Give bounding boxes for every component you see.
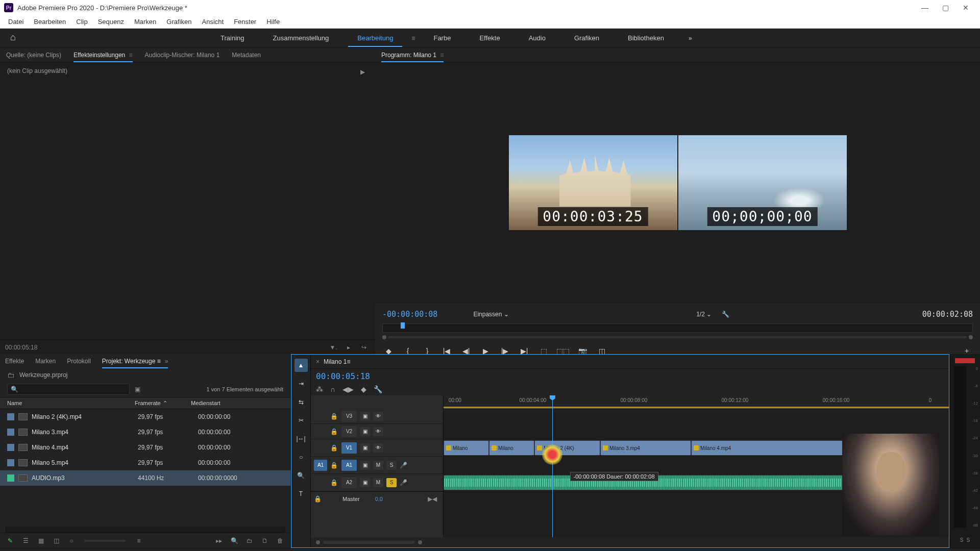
- hand-tool[interactable]: 🔍: [295, 469, 308, 482]
- mute-button[interactable]: M: [373, 478, 383, 487]
- new-item-icon[interactable]: 🗋: [260, 536, 270, 546]
- video-clip[interactable]: Milano: [489, 440, 534, 456]
- video-clip[interactable]: Milano 2 (4K): [534, 440, 600, 456]
- track-header-v1[interactable]: 🔒V1▣👁: [311, 439, 443, 456]
- menu-fenster[interactable]: Fenster: [230, 16, 260, 28]
- zoom-fit-dropdown[interactable]: Einpassen ⌄: [473, 311, 508, 318]
- workspace-grafiken[interactable]: Grafiken: [560, 29, 614, 47]
- solo-button[interactable]: S: [386, 461, 397, 470]
- mute-button[interactable]: M: [373, 461, 383, 470]
- tab-quelle[interactable]: Quelle: (keine Clips): [6, 48, 61, 62]
- program-monitor[interactable]: 00:00:03:25 00;00;00;00: [375, 62, 980, 303]
- panel-overflow-icon[interactable]: »: [165, 358, 168, 365]
- workspace-audio[interactable]: Audio: [514, 29, 560, 47]
- freeform-view-icon[interactable]: ✎: [5, 536, 15, 546]
- menu-ansicht[interactable]: Ansicht: [198, 16, 228, 28]
- zoom-out-icon[interactable]: ○: [66, 536, 77, 546]
- program-duration-tc[interactable]: 00:00:02:08: [922, 310, 973, 319]
- toggle-output-icon[interactable]: ▣: [360, 461, 370, 470]
- workspace-farbe[interactable]: Farbe: [419, 29, 465, 47]
- menu-datei[interactable]: Datei: [4, 16, 28, 28]
- selection-tool[interactable]: ▲: [295, 359, 308, 372]
- program-scrubber[interactable]: [382, 323, 973, 333]
- workspace-bibliotheken[interactable]: Bibliotheken: [614, 29, 678, 47]
- menu-clip[interactable]: Clip: [72, 16, 91, 28]
- video-clip[interactable]: Milano: [444, 440, 489, 456]
- menu-sequenz[interactable]: Sequenz: [94, 16, 128, 28]
- menu-bearbeiten[interactable]: Bearbeiten: [30, 16, 70, 28]
- minimize-button[interactable]: —: [915, 0, 935, 15]
- speaker-icon[interactable]: ▶◀: [428, 495, 437, 503]
- icon-view-icon[interactable]: ▦: [36, 536, 46, 546]
- automate-to-sequence-icon[interactable]: ▸▸: [214, 536, 224, 546]
- ripple-edit-tool[interactable]: ⇆: [295, 395, 308, 409]
- solo-left[interactable]: S: [960, 537, 964, 543]
- linked-selection-icon[interactable]: ∩: [330, 385, 335, 393]
- tab-protokoll[interactable]: Protokoll: [67, 355, 91, 368]
- tab-effekte[interactable]: Effekte: [5, 355, 24, 368]
- lock-icon[interactable]: 🔒: [330, 462, 338, 469]
- track-header-v3[interactable]: 🔒V3▣👁: [311, 409, 443, 423]
- track-header-a1[interactable]: A1🔒A1▣MS🎤: [311, 457, 443, 473]
- lock-icon[interactable]: 🔒: [330, 444, 338, 452]
- project-scrollbar[interactable]: [5, 527, 285, 533]
- marker-icon[interactable]: ◆: [361, 385, 366, 393]
- program-offset-tc[interactable]: -00:00:00:08: [382, 310, 437, 319]
- tab-audioclip-mischer[interactable]: Audioclip-Mischer: Milano 1: [145, 48, 220, 62]
- delete-icon[interactable]: 🗑: [275, 536, 285, 546]
- resolution-dropdown[interactable]: 1/2 ⌄: [696, 311, 712, 318]
- sequence-tab[interactable]: Milano 1: [324, 358, 347, 365]
- maximize-button[interactable]: ▢: [935, 0, 955, 15]
- project-item[interactable]: AUDIO.mp3 44100 Hz 00:00:00:0000: [0, 470, 290, 486]
- video-clip[interactable]: Milano 3.mp4: [600, 440, 691, 456]
- toggle-output-icon[interactable]: ▣: [360, 427, 370, 436]
- lock-icon[interactable]: 🔒: [314, 495, 322, 503]
- clip-indicator[interactable]: [955, 358, 975, 363]
- lock-icon[interactable]: 🔒: [330, 413, 338, 420]
- tab-effekteinstellungen[interactable]: Effekteinstellungen ≡: [74, 48, 133, 62]
- lock-icon[interactable]: 🔒: [330, 479, 338, 486]
- find-icon[interactable]: 🔍: [229, 536, 239, 546]
- filter-icon[interactable]: ▼.: [327, 341, 339, 354]
- timeline-settings-icon[interactable]: 🔧: [374, 385, 382, 393]
- toggle-output-icon[interactable]: ▣: [360, 412, 370, 421]
- solo-button[interactable]: S: [386, 478, 397, 487]
- project-item[interactable]: Milano 2 (4K).mp4 29,97 fps 00:00:00:00: [0, 409, 290, 424]
- audio-clip[interactable]: [444, 475, 893, 490]
- razor-tool[interactable]: ✂: [295, 414, 308, 427]
- workspace-effekte[interactable]: Effekte: [465, 29, 514, 47]
- tab-metadaten[interactable]: Metadaten: [232, 48, 261, 62]
- home-icon[interactable]: ⌂: [10, 32, 22, 44]
- expand-icon[interactable]: ▶: [360, 68, 365, 76]
- toggle-output-icon[interactable]: ▣: [360, 443, 370, 453]
- program-zoom-bar[interactable]: [382, 335, 973, 340]
- bin-icon[interactable]: 🗀: [7, 371, 14, 379]
- settings-icon[interactable]: 🔧: [722, 311, 729, 318]
- project-search-input[interactable]: 🔍: [7, 384, 130, 395]
- tab-marken[interactable]: Marken: [35, 355, 56, 368]
- menu-grafiken[interactable]: Grafiken: [162, 16, 195, 28]
- toggle-sync-lock-icon[interactable]: 👁: [373, 412, 383, 421]
- close-sequence-icon[interactable]: ×: [316, 358, 320, 365]
- toggle-sync-lock-icon[interactable]: 👁: [373, 443, 383, 453]
- voice-over-icon[interactable]: 🎤: [400, 479, 407, 486]
- tab-projekt[interactable]: Projekt: Werkzeuge ≡»: [102, 355, 168, 368]
- project-item[interactable]: Milano 4.mp4 29,97 fps 00:00:00:00: [0, 440, 290, 455]
- track-header-v2[interactable]: 🔒V2▣👁: [311, 424, 443, 439]
- header-framerate[interactable]: Framerate ⌃: [135, 400, 191, 407]
- workspace-bearbeitung[interactable]: Bearbeitung: [343, 29, 407, 47]
- project-item[interactable]: Milano 3.mp4 29,97 fps 00:00:00:00: [0, 424, 290, 440]
- snap-icon[interactable]: ⁂: [316, 385, 323, 393]
- master-level[interactable]: 0,0: [375, 496, 383, 502]
- lock-icon[interactable]: 🔒: [330, 428, 338, 435]
- workspace-zusammenstellung[interactable]: Zusammenstellung: [258, 29, 343, 47]
- timeline-menu-icon[interactable]: ≡: [347, 358, 350, 365]
- pen-tool[interactable]: ○: [295, 450, 308, 464]
- menu-hilfe[interactable]: Hilfe: [262, 16, 284, 28]
- new-bin-from-search-icon[interactable]: ▣: [135, 386, 140, 393]
- slip-tool[interactable]: |↔|: [295, 432, 308, 445]
- workspace-overflow-icon[interactable]: »: [689, 35, 692, 42]
- add-marker-tl-icon[interactable]: ◀▶: [342, 385, 354, 393]
- panel-menu-icon[interactable]: ≡: [127, 52, 132, 59]
- menu-marken[interactable]: Marken: [130, 16, 160, 28]
